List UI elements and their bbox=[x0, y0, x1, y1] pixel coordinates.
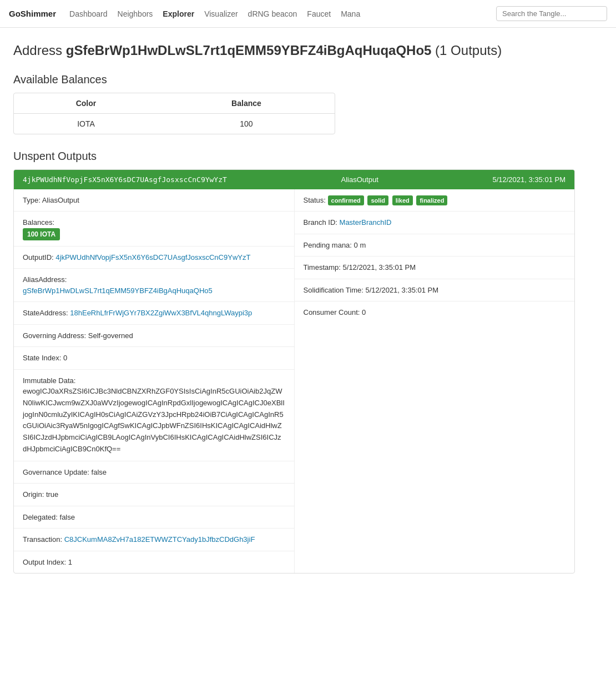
badge-confirmed: confirmed bbox=[328, 195, 364, 206]
field-governance-update: Governance Update: false bbox=[14, 461, 294, 484]
transaction-link[interactable]: C8JCKumMA8ZvH7a182ETWWZTCYady1bJfbzCDdGh… bbox=[64, 535, 255, 544]
field-solidification: Solidification Time: 5/12/2021, 3:35:01 … bbox=[295, 279, 575, 302]
origin-value: true bbox=[46, 490, 58, 499]
governance-update-label: Governance Update: bbox=[23, 468, 89, 476]
field-pending-mana: Pending mana: 0 m bbox=[295, 234, 575, 257]
delegated-label: Delegated: bbox=[23, 513, 58, 521]
navbar: GoShimmer Dashboard Neighbors Explorer V… bbox=[0, 0, 616, 28]
balance-table: Color Balance IOTA 100 bbox=[13, 93, 335, 134]
field-state-index: State Index: 0 bbox=[14, 347, 294, 370]
field-type: Type: AliasOutput bbox=[14, 189, 294, 212]
timestamp-label: Timestamp: bbox=[304, 263, 341, 271]
iota-badge: 100 IOTA bbox=[23, 228, 60, 240]
unspent-outputs-title: Unspent Outputs bbox=[13, 150, 575, 163]
search-input[interactable] bbox=[496, 6, 607, 21]
state-index-label: State Index: bbox=[23, 354, 61, 362]
available-balances-title: Available Balances bbox=[13, 73, 575, 86]
immutable-data-value: ewogICJ0aXRsZSI6ICJBc3NldCBNZXRhZGF0YSIs… bbox=[23, 387, 285, 453]
address-id: gSfeBrWp1HwDLwSL7rt1qEMM59YBFZ4iBgAqHuqa… bbox=[66, 43, 432, 58]
state-address-link[interactable]: 18hEeRhLfrFrWjGYr7BX2ZgiWwX3BfVL4qhngLWa… bbox=[70, 309, 252, 317]
solidification-value: 5/12/2021, 3:35:01 PM bbox=[366, 286, 439, 294]
balance-amount: 100 bbox=[158, 113, 335, 134]
field-balances: Balances: 100 IOTA bbox=[14, 212, 294, 247]
field-immutable-data: Immutable Data: ewogICJ0aXRsZSI6ICJBc3Nl… bbox=[14, 370, 294, 461]
delegated-value: false bbox=[60, 513, 75, 521]
type-value: AliasOutput bbox=[42, 196, 79, 204]
field-timestamp: Timestamp: 5/12/2021, 3:35:01 PM bbox=[295, 256, 575, 279]
output-header-id: 4jkPWUdhNfVopjFsX5nX6Y6sDC7UAsgfJosxscCn… bbox=[23, 175, 227, 184]
main-content: Address gSfeBrWp1HwDLwSL7rt1qEMM59YBFZ4i… bbox=[0, 28, 588, 596]
output-header-type: AliasOutput bbox=[341, 175, 378, 184]
governing-address-label: Governing Address: bbox=[23, 331, 86, 340]
field-delegated: Delegated: false bbox=[14, 506, 294, 529]
badge-finalized: finalized bbox=[416, 195, 447, 206]
origin-label: Origin: bbox=[23, 490, 44, 499]
pending-mana-value: 0 m bbox=[354, 241, 366, 249]
output-header: 4jkPWUdhNfVopjFsX5nX6Y6sDC7UAsgfJosxscCn… bbox=[14, 170, 574, 189]
state-address-label: StateAddress: bbox=[23, 309, 68, 317]
nav-link-mana[interactable]: Mana bbox=[341, 9, 360, 18]
nav-link-neighbors[interactable]: Neighbors bbox=[118, 9, 153, 18]
outputs-label: (1 Outputs) bbox=[435, 43, 502, 58]
output-right: Status: confirmed solid liked finalized … bbox=[295, 189, 575, 574]
output-index-value: 1 bbox=[68, 558, 72, 566]
field-state-address: StateAddress: 18hEeRhLfrFrWjGYr7BX2ZgiWw… bbox=[14, 302, 294, 325]
nav-brand: GoShimmer bbox=[9, 9, 56, 18]
output-id-link[interactable]: 4jkPWUdhNfVopjFsX5nX6Y6sDC7UAsgfJosxscCn… bbox=[55, 253, 250, 261]
nav-link-visualizer[interactable]: Visualizer bbox=[204, 9, 238, 18]
nav-link-explorer[interactable]: Explorer bbox=[163, 9, 194, 18]
governance-update-value: false bbox=[92, 468, 107, 476]
solidification-label: Solidification Time: bbox=[304, 286, 363, 294]
field-origin: Origin: true bbox=[14, 484, 294, 506]
page-title: Address gSfeBrWp1HwDLwSL7rt1qEMM59YBFZ4i… bbox=[13, 41, 575, 60]
field-alias-address: AliasAddress: gSfeBrWp1HwDLwSL7rt1qEMM59… bbox=[14, 269, 294, 302]
field-output-id: OutputID: 4jkPWUdhNfVopjFsX5nX6Y6sDC7UAs… bbox=[14, 247, 294, 269]
col-balance: Balance bbox=[158, 93, 335, 114]
field-consumer-count: Consumer Count: 0 bbox=[295, 301, 575, 324]
output-block: 4jkPWUdhNfVopjFsX5nX6Y6sDC7UAsgfJosxscCn… bbox=[13, 169, 575, 574]
nav-link-drng[interactable]: dRNG beacon bbox=[248, 9, 297, 18]
table-row: IOTA 100 bbox=[14, 113, 335, 134]
field-output-index: Output Index: 1 bbox=[14, 551, 294, 574]
balance-color: IOTA bbox=[14, 113, 158, 134]
alias-address-label: AliasAddress: bbox=[23, 275, 67, 284]
output-id-label: OutputID: bbox=[23, 253, 54, 261]
col-color: Color bbox=[14, 93, 158, 114]
output-header-time: 5/12/2021, 3:35:01 PM bbox=[492, 175, 565, 184]
immutable-data-label: Immutable Data: bbox=[23, 376, 75, 385]
branch-id-link[interactable]: MasterBranchID bbox=[340, 218, 392, 227]
nav-links: Dashboard Neighbors Explorer Visualizer … bbox=[69, 9, 496, 18]
type-label: Type: bbox=[23, 196, 41, 204]
state-index-value: 0 bbox=[63, 354, 67, 362]
output-index-label: Output Index: bbox=[23, 558, 66, 566]
balances-label: Balances: bbox=[23, 218, 54, 227]
field-transaction: Transaction: C8JCKumMA8ZvH7a182ETWWZTCYa… bbox=[14, 529, 294, 551]
output-body: Type: AliasOutput Balances: 100 IOTA Out… bbox=[14, 189, 574, 574]
nav-search bbox=[496, 6, 607, 21]
badge-solid: solid bbox=[367, 195, 388, 206]
output-left: Type: AliasOutput Balances: 100 IOTA Out… bbox=[14, 189, 295, 574]
field-branch-id: Branch ID: MasterBranchID bbox=[295, 212, 575, 234]
badge-liked: liked bbox=[392, 195, 413, 206]
transaction-label: Transaction: bbox=[23, 535, 62, 544]
nav-link-dashboard[interactable]: Dashboard bbox=[69, 9, 108, 18]
alias-address-link[interactable]: gSfeBrWp1HwDLwSL7rt1qEMM59YBFZ4iBgAqHuqa… bbox=[23, 286, 213, 295]
consumer-count-value: 0 bbox=[362, 308, 366, 316]
status-label: Status: bbox=[304, 196, 326, 204]
field-status: Status: confirmed solid liked finalized bbox=[295, 189, 575, 212]
field-governing-address: Governing Address: Self-governed bbox=[14, 325, 294, 348]
nav-link-faucet[interactable]: Faucet bbox=[307, 9, 331, 18]
pending-mana-label: Pending mana: bbox=[304, 241, 352, 249]
consumer-count-label: Consumer Count: bbox=[304, 308, 360, 316]
governing-address-value: Self-governed bbox=[88, 331, 133, 340]
address-prefix: Address bbox=[13, 43, 62, 58]
branch-id-label: Branch ID: bbox=[304, 218, 337, 227]
timestamp-value: 5/12/2021, 3:35:01 PM bbox=[343, 263, 416, 271]
